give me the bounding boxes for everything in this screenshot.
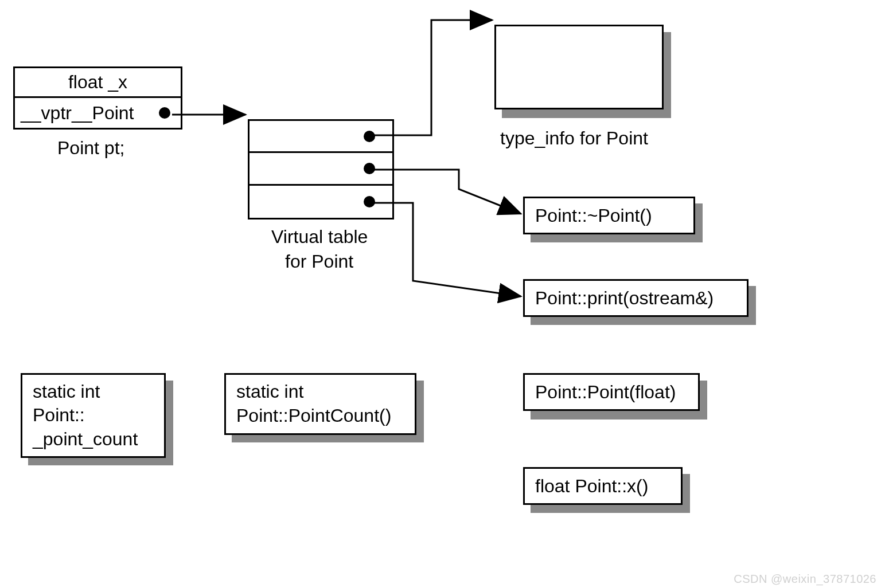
- print-text: Point::print(ostream&): [535, 288, 714, 309]
- watermark: CSDN @weixin_37871026: [734, 573, 876, 586]
- pointcountfn-l2: Point::PointCount(): [236, 404, 391, 428]
- xfn-text: float Point::x(): [535, 476, 648, 497]
- ctor-text: Point::Point(float): [535, 382, 676, 403]
- vtable-row-1: [250, 153, 392, 185]
- ctor-box: Point::Point(float): [523, 373, 700, 411]
- dtor-text: Point::~Point(): [535, 205, 652, 226]
- vptr-dot-icon: [159, 107, 170, 119]
- vtable-box: [248, 119, 394, 219]
- point-count-box: static int Point:: _point_count: [21, 373, 166, 458]
- pointcountfn-box: static int Point::PointCount(): [224, 373, 416, 435]
- object-caption: Point pt;: [57, 138, 124, 159]
- xfn-box: float Point::x(): [523, 467, 683, 505]
- object-field1-text: float _x: [68, 72, 127, 93]
- point-count-l2: Point::: [33, 403, 85, 428]
- vtable-dot1-icon: [364, 163, 375, 174]
- object-field-vptr: __vptr__Point: [15, 98, 181, 128]
- dtor-box: Point::~Point(): [523, 197, 695, 234]
- print-box: Point::print(ostream&): [523, 279, 749, 317]
- object-field-floatx: float _x: [15, 68, 181, 98]
- vtable-dot2-icon: [364, 196, 375, 207]
- vtable-caption2: for Point: [285, 251, 353, 272]
- point-count-l1: static int: [33, 380, 100, 404]
- vtable-row-0: [250, 121, 392, 153]
- point-count-l3: _point_count: [33, 428, 138, 452]
- vtable-caption1: Virtual table: [271, 226, 368, 248]
- vtable-row-2: [250, 186, 392, 218]
- vtable-dot0-icon: [364, 131, 375, 142]
- typeinfo-box: [494, 25, 664, 109]
- typeinfo-caption: type_info for Point: [500, 128, 648, 149]
- object-field2-text: __vptr__Point: [21, 103, 134, 124]
- object-box: float _x __vptr__Point: [13, 66, 182, 130]
- pointcountfn-l1: static int: [236, 380, 303, 404]
